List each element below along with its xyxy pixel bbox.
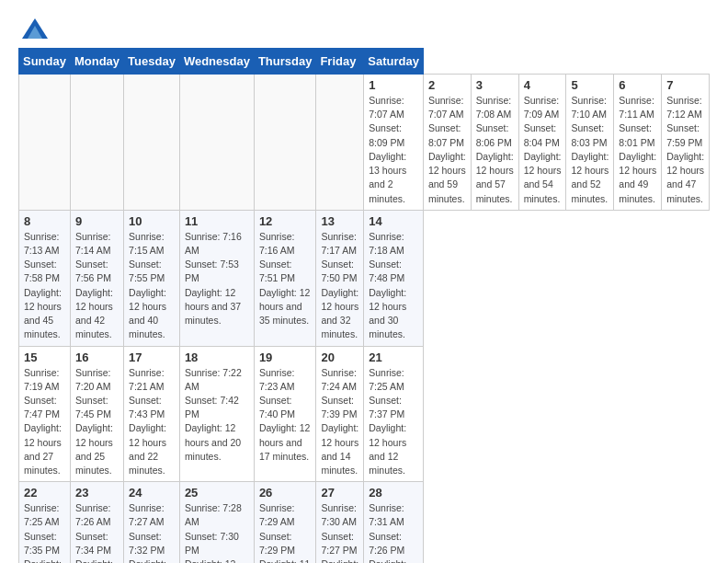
day-number: 9 (75, 214, 119, 228)
day-of-week-header: Saturday (364, 49, 424, 75)
empty-calendar-cell (19, 75, 71, 211)
calendar-day-cell: 10 Sunrise: 7:15 AMSunset: 7:55 PMDaylig… (124, 210, 180, 346)
day-number: 5 (571, 78, 609, 92)
day-number: 16 (75, 350, 119, 364)
day-of-week-header: Wednesday (179, 49, 254, 75)
day-detail: Sunrise: 7:23 AMSunset: 7:40 PMDaylight:… (259, 367, 310, 462)
day-number: 25 (185, 486, 249, 500)
day-number: 22 (24, 486, 65, 500)
calendar-day-cell: 2 Sunrise: 7:07 AMSunset: 8:07 PMDayligh… (423, 75, 471, 211)
day-detail: Sunrise: 7:30 AMSunset: 7:27 PMDaylight:… (321, 502, 358, 563)
days-of-week-row: SundayMondayTuesdayWednesdayThursdayFrid… (19, 49, 710, 75)
day-number: 27 (321, 486, 358, 500)
calendar-day-cell: 7 Sunrise: 7:12 AMSunset: 7:59 PMDayligh… (662, 75, 710, 211)
day-number: 4 (524, 78, 562, 92)
calendar-table: SundayMondayTuesdayWednesdayThursdayFrid… (18, 48, 710, 563)
day-of-week-header: Thursday (254, 49, 316, 75)
day-number: 13 (321, 214, 358, 228)
day-number: 14 (369, 214, 418, 228)
calendar-day-cell: 26 Sunrise: 7:29 AMSunset: 7:29 PMDaylig… (254, 482, 316, 563)
empty-calendar-cell (70, 75, 123, 211)
day-detail: Sunrise: 7:12 AMSunset: 7:59 PMDaylight:… (666, 95, 704, 204)
day-number: 12 (259, 214, 312, 228)
day-of-week-header: Friday (316, 49, 364, 75)
day-number: 7 (666, 78, 704, 92)
calendar-day-cell: 24 Sunrise: 7:27 AMSunset: 7:32 PMDaylig… (124, 482, 180, 563)
logo-icon (22, 18, 48, 39)
day-detail: Sunrise: 7:31 AMSunset: 7:26 PMDaylight:… (369, 502, 406, 563)
calendar-day-cell: 11 Sunrise: 7:16 AMSunset: 7:53 PMDaylig… (179, 210, 254, 346)
calendar-day-cell: 3 Sunrise: 7:08 AMSunset: 8:06 PMDayligh… (471, 75, 518, 211)
day-of-week-header: Tuesday (124, 49, 180, 75)
day-detail: Sunrise: 7:29 AMSunset: 7:29 PMDaylight:… (259, 502, 310, 563)
day-detail: Sunrise: 7:18 AMSunset: 7:48 PMDaylight:… (369, 231, 406, 340)
calendar-day-cell: 14 Sunrise: 7:18 AMSunset: 7:48 PMDaylig… (364, 210, 424, 346)
calendar-week-row: 8 Sunrise: 7:13 AMSunset: 7:58 PMDayligh… (19, 210, 710, 346)
empty-calendar-cell (254, 75, 316, 211)
calendar-day-cell: 28 Sunrise: 7:31 AMSunset: 7:26 PMDaylig… (364, 482, 424, 563)
day-number: 18 (185, 350, 249, 364)
day-number: 23 (75, 486, 119, 500)
logo (18, 18, 48, 39)
day-number: 26 (259, 486, 312, 500)
calendar-day-cell: 13 Sunrise: 7:17 AMSunset: 7:50 PMDaylig… (316, 210, 364, 346)
calendar-day-cell: 6 Sunrise: 7:11 AMSunset: 8:01 PMDayligh… (614, 75, 662, 211)
day-detail: Sunrise: 7:25 AMSunset: 7:37 PMDaylight:… (369, 367, 406, 477)
calendar-day-cell: 25 Sunrise: 7:28 AMSunset: 7:30 PMDaylig… (179, 482, 254, 563)
day-detail: Sunrise: 7:27 AMSunset: 7:32 PMDaylight:… (129, 502, 166, 563)
day-detail: Sunrise: 7:22 AMSunset: 7:42 PMDaylight:… (185, 367, 242, 462)
day-number: 10 (129, 214, 175, 228)
calendar-day-cell: 22 Sunrise: 7:25 AMSunset: 7:35 PMDaylig… (19, 482, 71, 563)
calendar-day-cell: 8 Sunrise: 7:13 AMSunset: 7:58 PMDayligh… (19, 210, 71, 346)
empty-calendar-cell (179, 75, 254, 211)
day-number: 6 (619, 78, 656, 92)
day-detail: Sunrise: 7:11 AMSunset: 8:01 PMDaylight:… (619, 95, 656, 204)
calendar-day-cell: 23 Sunrise: 7:26 AMSunset: 7:34 PMDaylig… (70, 482, 123, 563)
calendar-day-cell: 19 Sunrise: 7:23 AMSunset: 7:40 PMDaylig… (254, 346, 316, 482)
calendar-day-cell: 1 Sunrise: 7:07 AMSunset: 8:09 PMDayligh… (364, 75, 424, 211)
day-detail: Sunrise: 7:13 AMSunset: 7:58 PMDaylight:… (24, 231, 62, 340)
day-detail: Sunrise: 7:17 AMSunset: 7:50 PMDaylight:… (321, 231, 358, 340)
day-number: 21 (369, 350, 418, 364)
calendar-day-cell: 21 Sunrise: 7:25 AMSunset: 7:37 PMDaylig… (364, 346, 424, 482)
day-detail: Sunrise: 7:07 AMSunset: 8:07 PMDaylight:… (428, 95, 466, 204)
empty-calendar-cell (316, 75, 364, 211)
day-detail: Sunrise: 7:28 AMSunset: 7:30 PMDaylight:… (185, 502, 242, 563)
day-of-week-header: Sunday (19, 49, 71, 75)
day-detail: Sunrise: 7:08 AMSunset: 8:06 PMDaylight:… (476, 95, 514, 204)
calendar-body: 1 Sunrise: 7:07 AMSunset: 8:09 PMDayligh… (19, 75, 710, 564)
day-number: 24 (129, 486, 175, 500)
day-detail: Sunrise: 7:24 AMSunset: 7:39 PMDaylight:… (321, 367, 358, 477)
day-detail: Sunrise: 7:19 AMSunset: 7:47 PMDaylight:… (24, 367, 62, 477)
calendar-day-cell: 17 Sunrise: 7:21 AMSunset: 7:43 PMDaylig… (124, 346, 180, 482)
day-number: 3 (476, 78, 514, 92)
day-detail: Sunrise: 7:26 AMSunset: 7:34 PMDaylight:… (75, 502, 113, 563)
calendar-header: SundayMondayTuesdayWednesdayThursdayFrid… (19, 49, 710, 75)
day-number: 8 (24, 214, 65, 228)
day-detail: Sunrise: 7:10 AMSunset: 8:03 PMDaylight:… (571, 95, 609, 204)
calendar-week-row: 1 Sunrise: 7:07 AMSunset: 8:09 PMDayligh… (19, 75, 710, 211)
day-detail: Sunrise: 7:21 AMSunset: 7:43 PMDaylight:… (129, 367, 166, 477)
calendar-day-cell: 9 Sunrise: 7:14 AMSunset: 7:56 PMDayligh… (70, 210, 123, 346)
calendar-day-cell: 16 Sunrise: 7:20 AMSunset: 7:45 PMDaylig… (70, 346, 123, 482)
calendar-day-cell: 5 Sunrise: 7:10 AMSunset: 8:03 PMDayligh… (566, 75, 614, 211)
day-detail: Sunrise: 7:15 AMSunset: 7:55 PMDaylight:… (129, 231, 166, 340)
day-detail: Sunrise: 7:16 AMSunset: 7:51 PMDaylight:… (259, 231, 310, 326)
day-detail: Sunrise: 7:16 AMSunset: 7:53 PMDaylight:… (185, 231, 242, 326)
day-detail: Sunrise: 7:09 AMSunset: 8:04 PMDaylight:… (524, 95, 562, 204)
day-detail: Sunrise: 7:25 AMSunset: 7:35 PMDaylight:… (24, 502, 62, 563)
page-header (18, 18, 710, 39)
day-number: 19 (259, 350, 312, 364)
day-number: 20 (321, 350, 358, 364)
day-number: 1 (369, 78, 418, 92)
day-detail: Sunrise: 7:07 AMSunset: 8:09 PMDaylight:… (369, 95, 406, 204)
calendar-week-row: 15 Sunrise: 7:19 AMSunset: 7:47 PMDaylig… (19, 346, 710, 482)
day-number: 11 (185, 214, 249, 228)
empty-calendar-cell (124, 75, 180, 211)
calendar-day-cell: 27 Sunrise: 7:30 AMSunset: 7:27 PMDaylig… (316, 482, 364, 563)
calendar-day-cell: 12 Sunrise: 7:16 AMSunset: 7:51 PMDaylig… (254, 210, 316, 346)
calendar-day-cell: 20 Sunrise: 7:24 AMSunset: 7:39 PMDaylig… (316, 346, 364, 482)
day-of-week-header: Monday (70, 49, 123, 75)
calendar-day-cell: 4 Sunrise: 7:09 AMSunset: 8:04 PMDayligh… (518, 75, 566, 211)
calendar-week-row: 22 Sunrise: 7:25 AMSunset: 7:35 PMDaylig… (19, 482, 710, 563)
